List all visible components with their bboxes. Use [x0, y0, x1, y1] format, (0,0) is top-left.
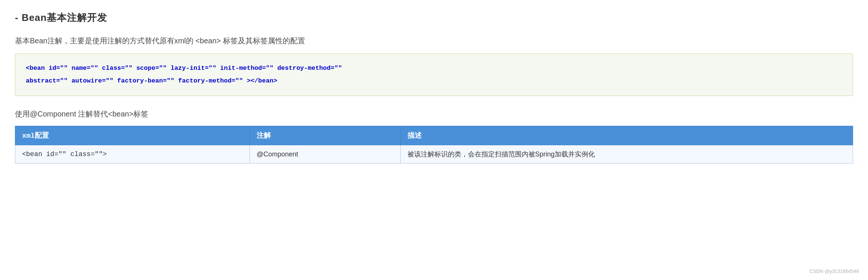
section-subtitle: 使用@Component 注解替代<bean>标签: [15, 108, 853, 120]
code-attr-class: class="": [102, 65, 133, 72]
code-attr-scope: scope="": [136, 65, 167, 72]
table-cell-xml: <bean id="" class="">: [15, 145, 250, 164]
table-header: xml配置 注解 描述: [15, 126, 853, 145]
bean-annotation-table: xml配置 注解 描述 <bean id="" class=""> @Compo…: [15, 126, 853, 164]
code-line-1: <bean id="" name="" class="" scope="" la…: [26, 62, 842, 75]
code-tag-close: ></bean>: [247, 77, 278, 84]
code-attr-factory-method: factory-method="": [178, 77, 243, 84]
section-description: 基本Bean注解，主要是使用注解的方式替代原有xml的 <bean> 标签及其标…: [15, 35, 853, 47]
code-attr-id: id="": [49, 65, 68, 72]
code-tag-open: <bean: [26, 65, 45, 72]
code-attr-autowire: autowire="": [71, 77, 113, 84]
watermark: CSDN @y3131954546: [810, 268, 859, 274]
table-header-xml: xml配置: [15, 126, 250, 145]
code-attr-lazy-init: lazy-init="": [171, 65, 216, 72]
table-cell-desc: 被该注解标识的类，会在指定扫描范围内被Spring加载并实例化: [400, 145, 853, 164]
table-cell-annotation: @Component: [250, 145, 401, 164]
table-body: <bean id="" class=""> @Component 被该注解标识的…: [15, 145, 853, 164]
code-attr-init-method: init-method="": [220, 65, 273, 72]
code-attr-name: name="": [71, 65, 98, 72]
code-block: <bean id="" name="" class="" scope="" la…: [15, 53, 853, 96]
code-line-2: abstract="" autowire="" factory-bean="" …: [26, 75, 842, 87]
page-container: - Bean基本注解开发 基本Bean注解，主要是使用注解的方式替代原有xml的…: [15, 11, 853, 164]
page-title: - Bean基本注解开发: [15, 11, 853, 24]
table-row: <bean id="" class=""> @Component 被该注解标识的…: [15, 145, 853, 164]
code-attr-factory-bean: factory-bean="": [117, 77, 174, 84]
table-header-annotation: 注解: [250, 126, 401, 145]
table-header-desc: 描述: [400, 126, 853, 145]
code-attr-destroy-method: destroy-method="": [277, 65, 342, 72]
table-header-row: xml配置 注解 描述: [15, 126, 853, 145]
code-attr-abstract: abstract="": [26, 77, 68, 84]
